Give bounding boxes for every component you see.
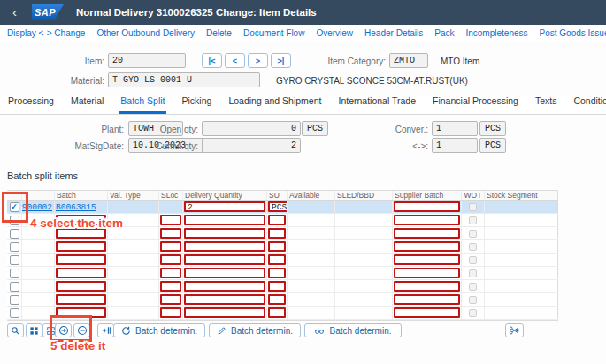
menu-item-pack[interactable]: Pack <box>434 28 454 38</box>
search-button[interactable] <box>7 323 24 337</box>
item-number-link[interactable]: 900002 <box>22 202 52 212</box>
su-input[interactable] <box>268 254 286 265</box>
menu-item-incompleteness[interactable]: Incompleteness <box>465 28 527 38</box>
supplier-input[interactable] <box>394 201 460 212</box>
first-item-button[interactable]: |< <box>202 53 222 68</box>
row-select-checkbox[interactable] <box>10 295 19 305</box>
open-qty-field[interactable]: 0 <box>202 121 301 136</box>
dq-input[interactable]: 2 <box>184 201 265 212</box>
insert-row-button[interactable] <box>55 323 72 337</box>
dq-input[interactable] <box>184 215 265 225</box>
dq-input[interactable] <box>184 254 265 265</box>
sloc-input[interactable] <box>160 281 181 292</box>
su-input[interactable] <box>268 268 286 278</box>
select-all-button[interactable] <box>26 323 42 337</box>
column-header-dq: Delivery Quantity <box>183 191 267 200</box>
su-input[interactable] <box>268 241 286 252</box>
menu-item-display-change[interactable]: Display <-> Change <box>7 28 85 38</box>
menu-item-delete[interactable]: Delete <box>206 28 232 38</box>
sloc-input[interactable] <box>160 307 181 318</box>
cumulated-qty-field[interactable]: 2 <box>202 138 301 153</box>
sloc-input[interactable] <box>160 215 181 225</box>
supplier-input[interactable] <box>394 307 460 318</box>
dq-input[interactable] <box>184 307 265 318</box>
sloc-input[interactable] <box>160 241 181 252</box>
material-field[interactable]: T-GYO-LS-0001-U <box>108 72 260 87</box>
row-select-checkbox[interactable] <box>10 242 19 252</box>
batch-determination-display-button[interactable]: Batch determin. <box>304 323 402 337</box>
su-input[interactable] <box>268 228 286 239</box>
sloc-input[interactable] <box>160 254 181 265</box>
conversion2-field[interactable]: 1 <box>432 138 478 153</box>
menu-item-post-goods-issue[interactable]: Post Goods Issue <box>540 28 606 38</box>
open-qty-unit-field[interactable]: PCS <box>302 121 328 136</box>
sloc-input[interactable] <box>160 294 181 305</box>
batch-input[interactable] <box>56 254 106 265</box>
batch-input[interactable] <box>56 228 106 239</box>
tab-loading-and-shipment[interactable]: Loading and Shipment <box>227 92 322 114</box>
menu-item-other-outbound-delivery[interactable]: Other Outbound Delivery <box>96 28 195 38</box>
menu-bar: Display <-> ChangeOther Outbound Deliver… <box>0 25 606 42</box>
next-item-button[interactable]: > <box>248 53 268 68</box>
batch-split-button[interactable] <box>505 323 524 337</box>
tab-batch-split[interactable]: Batch Split <box>119 92 165 114</box>
supplier-input[interactable] <box>394 254 460 265</box>
tab-processing[interactable]: Processing <box>7 92 55 114</box>
back-icon[interactable]: ‹ <box>12 4 17 21</box>
batch-determination-redo-button[interactable]: Batch determin. <box>113 323 205 337</box>
tab-texts[interactable]: Texts <box>534 92 558 114</box>
row-select-checkbox[interactable]: ✓ <box>10 202 19 212</box>
insert-line-after-button[interactable] <box>97 323 114 337</box>
dq-input[interactable] <box>184 268 265 278</box>
tab-financial-processing[interactable]: Financial Processing <box>432 92 519 114</box>
su-input[interactable] <box>268 215 286 225</box>
row-select-checkbox[interactable] <box>10 216 19 225</box>
batch-determination-change-button[interactable]: Batch determin. <box>209 323 301 337</box>
conversion2-unit-field[interactable]: PCS <box>479 138 506 153</box>
item-category-field[interactable]: ZMTO <box>389 53 428 68</box>
row-select-checkbox[interactable] <box>10 269 19 278</box>
batch-input[interactable] <box>56 268 106 278</box>
row-select-checkbox[interactable] <box>10 229 19 239</box>
cell-batch: B0063815 <box>55 201 108 213</box>
batch-number-link[interactable]: B0063815 <box>56 202 96 212</box>
previous-item-button[interactable]: < <box>225 53 245 68</box>
supplier-input[interactable] <box>394 281 460 292</box>
su-input[interactable]: PCS <box>268 201 288 212</box>
column-header-sled: SLED/BBD <box>335 191 393 200</box>
dq-input[interactable] <box>184 281 265 292</box>
menu-item-overview[interactable]: Overview <box>316 28 353 38</box>
tab-picking[interactable]: Picking <box>181 92 213 114</box>
batch-input[interactable] <box>56 241 106 252</box>
dq-input[interactable] <box>184 228 265 239</box>
sloc-input[interactable] <box>160 268 181 278</box>
supplier-input[interactable] <box>394 228 460 239</box>
supplier-input[interactable] <box>394 268 460 278</box>
row-select-checkbox[interactable] <box>10 282 19 292</box>
batch-input[interactable] <box>56 215 106 225</box>
supplier-input[interactable] <box>394 241 460 252</box>
dq-input[interactable] <box>184 241 265 252</box>
menu-item-header-details[interactable]: Header Details <box>364 28 423 38</box>
menu-item-document-flow[interactable]: Document Flow <box>243 28 304 38</box>
row-select-checkbox[interactable] <box>10 308 19 318</box>
tab-conditions[interactable]: Conditions <box>572 92 606 114</box>
batch-input[interactable] <box>56 307 106 318</box>
supplier-input[interactable] <box>394 294 460 305</box>
dq-input[interactable] <box>184 294 265 305</box>
su-input[interactable] <box>268 294 286 305</box>
last-item-button[interactable]: >| <box>271 53 291 68</box>
tab-material[interactable]: Material <box>70 92 104 114</box>
conversion-unit-field[interactable]: PCS <box>479 121 506 136</box>
su-input[interactable] <box>268 307 286 318</box>
batch-input[interactable] <box>56 281 106 292</box>
delete-row-button[interactable] <box>73 323 90 337</box>
conversion-field[interactable]: 1 <box>432 121 478 136</box>
row-select-checkbox[interactable] <box>10 255 19 265</box>
item-field[interactable]: 20 <box>108 53 186 68</box>
su-input[interactable] <box>268 281 286 292</box>
batch-input[interactable] <box>56 294 106 305</box>
sloc-input[interactable] <box>160 228 181 239</box>
tab-international-trade[interactable]: International Trade <box>337 92 417 114</box>
supplier-input[interactable] <box>394 215 460 225</box>
